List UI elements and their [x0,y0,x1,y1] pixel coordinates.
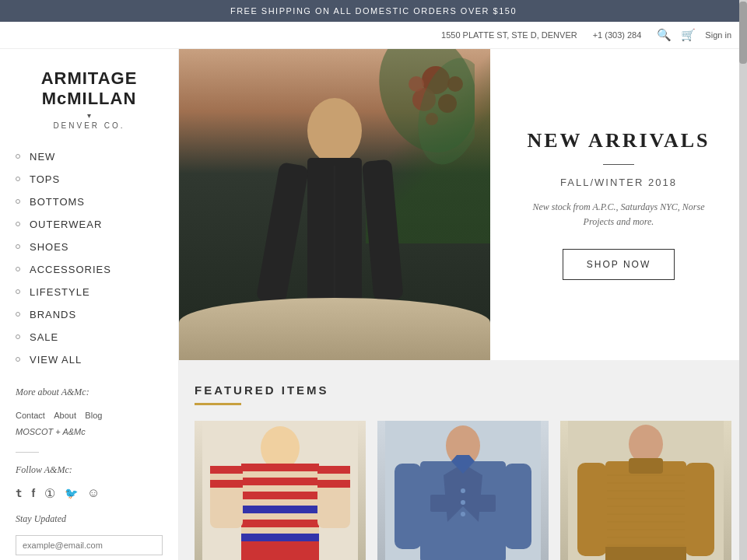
sidebar-item-view-all[interactable]: VIEW ALL [0,348,178,371]
stay-updated-label: Stay Updated [0,507,178,531]
chat-icon[interactable]: ☺ [87,486,100,500]
sidebar-item-brands[interactable]: BRANDS [0,303,178,326]
twitter-icon[interactable]: 🐦 [65,487,78,500]
sidebar-item-label: SALE [30,331,58,343]
scrollbar-track[interactable] [739,0,747,560]
sidebar-links: Contact About Blog [0,406,178,425]
svg-rect-36 [317,466,350,474]
svg-rect-55 [629,458,663,474]
tan-sweater-svg [560,421,731,560]
sidebar-item-label: SHOES [30,241,69,253]
search-icon[interactable]: 🔍 [657,28,672,42]
cart-icon[interactable]: 🛒 [681,28,696,42]
social-icons: t f ① 🐦 ☺ [0,480,178,507]
svg-rect-67 [685,463,714,556]
hero-title: NEW ARRIVALS [527,129,710,152]
blog-link[interactable]: Blog [85,411,102,420]
sidebar-moscot: MOSCOT + A&Mc [0,425,178,444]
svg-rect-31 [210,466,243,474]
sidebar-item-shoes[interactable]: SHOES [0,236,178,258]
svg-rect-28 [241,534,319,541]
header-phone: +1 (303) 284 [593,30,642,40]
hero-image [179,49,490,360]
logo-arrow: ▾ [8,111,170,120]
svg-rect-48 [430,495,454,512]
sidebar-item-tops[interactable]: TOPS [0,168,178,191]
denim-jacket-svg [377,421,549,560]
svg-rect-27 [241,527,319,534]
sidebar-item-label: NEW [30,151,55,163]
featured-underline [195,403,241,405]
sidebar-item-label: LIFESTYLE [30,286,90,298]
svg-rect-19 [241,471,319,478]
instagram-icon[interactable]: ① [44,486,55,501]
svg-point-8 [307,98,362,163]
nav-dot [16,267,20,271]
moscot-link[interactable]: MOSCOT + A&Mc [16,427,86,436]
nav-dot [16,289,20,294]
content-area: NEW ARRIVALS FALL/WINTER 2018 New stock … [179,49,747,560]
hero-table [179,298,490,360]
svg-rect-25 [241,513,319,520]
hero-subtitle: FALL/WINTER 2018 [560,177,677,188]
announcement-text: FREE SHIPPING ON ALL DOMESTIC ORDERS OVE… [230,6,517,16]
svg-rect-68 [605,547,686,560]
hero-shop-now-button[interactable]: SHOP NOW [563,249,675,280]
featured-item-3[interactable] [560,421,731,560]
svg-point-45 [461,500,465,505]
sidebar-nav: NEW TOPS BOTTOMS OUTERWEAR SHOES ACCESSO… [0,145,178,371]
sidebar: ARMITAGE McMILLAN ▾ DENVER CO. NEW TOPS … [0,49,179,560]
nav-dot [16,222,20,226]
sidebar-item-lifestyle[interactable]: LIFESTYLE [0,281,178,303]
sidebar-item-outerwear[interactable]: OUTERWEAR [0,213,178,236]
header-address: 1550 PLATTE ST, STE D, DENVER [441,30,577,40]
site-header: 1550 PLATTE ST, STE D, DENVER +1 (303) 2… [0,22,747,49]
sidebar-item-new[interactable]: NEW [0,145,178,168]
hero-text-panel: NEW ARRIVALS FALL/WINTER 2018 New stock … [490,49,747,360]
nav-dot [16,244,20,249]
scrollbar-thumb[interactable] [739,2,747,64]
main-layout: ARMITAGE McMILLAN ▾ DENVER CO. NEW TOPS … [0,49,747,560]
svg-point-16 [261,426,300,470]
header-icons: 🔍 🛒 Sign in [657,28,731,42]
email-input[interactable] [16,535,163,555]
sidebar-item-sale[interactable]: SALE [0,326,178,348]
announcement-bar: FREE SHIPPING ON ALL DOMESTIC ORDERS OVE… [0,0,747,22]
signin-link[interactable]: Sign in [705,30,731,40]
featured-item-1[interactable] [195,421,366,560]
svg-rect-51 [504,464,531,549]
nav-dot [16,334,20,339]
sidebar-item-accessories[interactable]: ACCESSORIES [0,258,178,281]
featured-grid [195,421,731,560]
follow-label: Follow A&Mc: [0,460,178,480]
svg-rect-34 [210,488,243,494]
svg-rect-33 [210,480,243,488]
svg-rect-18 [241,464,319,471]
facebook-icon[interactable]: f [31,487,35,499]
sidebar-item-label: OUTERWEAR [30,219,102,230]
logo-text: ARMITAGE McMILLAN [8,68,170,110]
contact-link[interactable]: Contact [16,411,45,420]
logo-subtitle: DENVER CO. [8,121,170,130]
svg-rect-20 [241,478,319,485]
featured-item-2[interactable] [377,421,549,560]
svg-rect-66 [577,463,607,556]
svg-rect-11 [256,162,310,305]
svg-point-46 [461,512,465,516]
hero-divider [603,164,634,165]
sidebar-divider [16,452,39,453]
sidebar-item-label: BRANDS [30,309,76,320]
sidebar-logo[interactable]: ARMITAGE McMILLAN ▾ DENVER CO. [0,57,178,138]
about-link[interactable]: About [54,411,76,420]
svg-rect-24 [241,506,319,513]
hero-section: NEW ARRIVALS FALL/WINTER 2018 New stock … [179,49,747,360]
svg-rect-21 [241,485,319,492]
nav-dot [16,199,20,204]
tumblr-icon[interactable]: t [16,487,22,499]
svg-point-53 [629,425,663,464]
nav-dot [16,154,20,159]
svg-rect-49 [472,495,496,512]
sidebar-item-bottoms[interactable]: BOTTOMS [0,191,178,213]
hero-description: New stock from A.P.C., Saturdays NYC, No… [521,200,716,229]
svg-rect-29 [241,541,319,560]
